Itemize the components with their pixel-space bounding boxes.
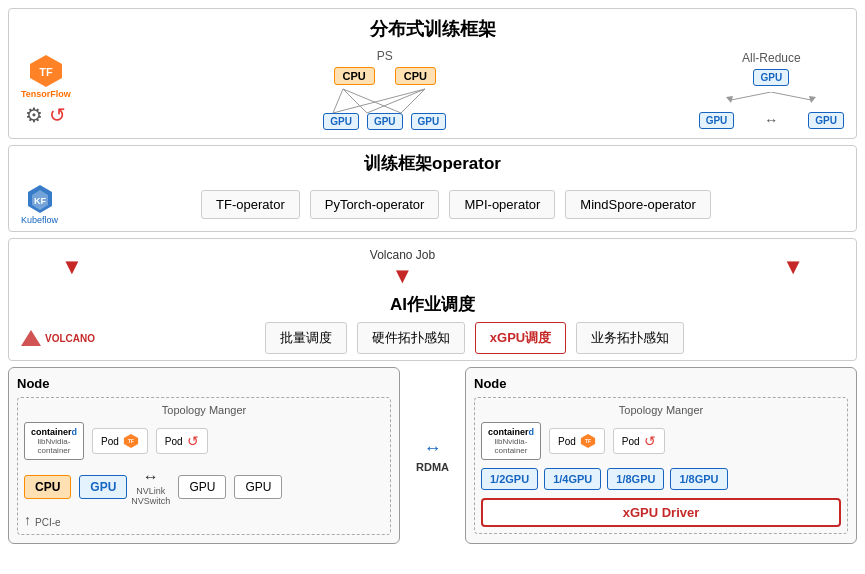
gpu1-group: GPU ↔ NVLinkNVSwitch: [79, 468, 170, 506]
volcano-brand: VOLCANO: [45, 333, 95, 344]
node-right-title: Node: [474, 376, 848, 391]
cpu-hw-box: CPU: [24, 475, 71, 499]
xgpu-frac-3: 1/8GPU: [607, 468, 664, 490]
pod-left-1: Pod TF: [92, 428, 148, 454]
ar-gpu-left: GPU: [699, 112, 735, 129]
gear-icon: ⚙: [25, 103, 43, 127]
svg-marker-11: [809, 96, 816, 103]
pod-right-2: Pod ↺: [613, 428, 665, 454]
ps-gpu-1: GPU: [323, 113, 359, 130]
svg-line-9: [771, 92, 811, 100]
libnvidia-label-right: libNvidia-container: [488, 437, 534, 455]
svg-line-2: [333, 89, 343, 113]
hw-topology-box: 硬件拓扑感知: [357, 322, 465, 354]
pod-left-2: Pod ↺: [156, 428, 208, 454]
pod-refresh-icon-right: ↺: [644, 433, 656, 449]
pod-right-1: Pod TF: [549, 428, 605, 454]
ps-gpu-3: GPU: [411, 113, 447, 130]
rdma-label: RDMA: [416, 461, 449, 473]
ai-scheduling-section: ▼ Volcano Job ▼ ▼ AI作业调度 VOLCANO 批量调度 硬件…: [8, 238, 857, 361]
section3-body: VOLCANO 批量调度 硬件拓扑感知 xGPU调度 业务拓扑感知: [21, 322, 844, 354]
tf-logo-icon: TF: [28, 53, 64, 89]
ps-cpu-2: CPU: [395, 67, 436, 85]
topology-box-right: Topology Manger containerd libNvidia-con…: [474, 397, 848, 534]
ps-connection-lines: [315, 89, 455, 113]
batch-dispatch-box: 批量调度: [265, 322, 347, 354]
pod-tf-icon-right: TF: [580, 433, 596, 449]
volcano-logo: VOLCANO: [21, 330, 95, 346]
ps-gpu-2: GPU: [367, 113, 403, 130]
double-arrow-icon: ↔: [143, 468, 159, 486]
kubeflow-logo: KF Kubeflow: [21, 183, 58, 225]
svg-marker-15: [21, 330, 41, 346]
xgpu-fracs-row: 1/2GPU 1/4GPU 1/8GPU 1/8GPU: [481, 468, 841, 490]
svg-text:TF: TF: [39, 66, 53, 78]
hw-section-left: CPU GPU ↔ NVLinkNVSwitch GPU GPU ↑: [24, 468, 384, 528]
topology-box-left: Topology Manger containerd libNvidia-con…: [17, 397, 391, 535]
pods-row-right: containerd libNvidia-container Pod TF Po…: [481, 422, 841, 460]
tensorflow-logo: TF TensorFlow: [21, 53, 71, 99]
ar-arrow-lr: ↔: [764, 112, 778, 128]
pod-refresh-icon: ↺: [187, 433, 199, 449]
operator-boxes: TF-operator PyTorch-operator MPI-operato…: [68, 190, 844, 219]
pod-right-2-label: Pod: [622, 436, 640, 447]
ps-cpus-row: CPU CPU: [334, 67, 436, 85]
hw-row-left: CPU GPU ↔ NVLinkNVSwitch GPU GPU: [24, 468, 384, 506]
node-left-title: Node: [17, 376, 391, 391]
refresh-icon: ↺: [49, 103, 66, 127]
svg-line-4: [343, 89, 401, 113]
pod-tf-icon: TF: [123, 433, 139, 449]
xgpu-frac-4: 1/8GPU: [670, 468, 727, 490]
pods-row-left: containerd libNvidia-container Pod TF Po…: [24, 422, 384, 460]
node-right: Node Topology Manger containerd libNvidi…: [465, 367, 857, 544]
pcie-row: ↑ PCI-e: [24, 512, 384, 528]
nvlink-arrows: ↔ NVLinkNVSwitch: [131, 468, 170, 506]
svg-text:KF: KF: [34, 196, 46, 206]
ps-diagram: PS CPU CPU GPU GPU: [315, 49, 455, 130]
pod-right-1-label: Pod: [558, 436, 576, 447]
arrows-wrapper: ▼ Volcano Job ▼ ▼: [21, 245, 844, 289]
down-arrow-right: ▼: [782, 254, 804, 280]
training-framework-section: 训练框架operator KF Kubeflow TF-operator PyT…: [8, 145, 857, 232]
node-section: Node Topology Manger containerd libNvidi…: [8, 367, 857, 544]
red-down-arrow-1: ▼: [61, 254, 83, 280]
ar-gpu-right: GPU: [808, 112, 844, 129]
mpi-operator-box: MPI-operator: [449, 190, 555, 219]
pod-left-2-label: Pod: [165, 436, 183, 447]
ar-top-lines: [721, 92, 821, 108]
ar-gpu-top: GPU: [753, 69, 789, 86]
node-left: Node Topology Manger containerd libNvidi…: [8, 367, 400, 544]
section1-title: 分布式训练框架: [21, 17, 844, 41]
svg-text:TF: TF: [128, 439, 134, 444]
ps-label: PS: [377, 49, 393, 63]
pytorch-operator-box: PyTorch-operator: [310, 190, 440, 219]
pcie-arrow-icon: ↑: [24, 512, 31, 528]
tf-operator-box: TF-operator: [201, 190, 300, 219]
xgpu-frac-1: 1/2GPU: [481, 468, 538, 490]
kubeflow-label: Kubeflow: [21, 215, 58, 225]
svg-marker-10: [726, 96, 733, 103]
tensorflow-logo-group: TF TensorFlow ⚙ ↺: [21, 53, 71, 127]
volcano-job-label: Volcano Job: [370, 248, 435, 262]
rdma-box: ↔ RDMA: [416, 438, 449, 473]
gpu-hw-box-2: GPU: [178, 475, 226, 499]
tf-label: TensorFlow: [21, 89, 71, 99]
volcano-job-center: Volcano Job ▼: [430, 245, 435, 289]
xgpu-driver-box: xGPU Driver: [481, 498, 841, 527]
kubeflow-icon: KF: [24, 183, 56, 215]
section2-title: 训练框架operator: [21, 152, 844, 175]
container-d-left: containerd libNvidia-container: [24, 422, 84, 460]
container-d-right: containerd libNvidia-container: [481, 422, 541, 460]
dispatch-boxes: 批量调度 硬件拓扑感知 xGPU调度 业务拓扑感知: [105, 322, 844, 354]
red-down-arrow-3: ▼: [782, 254, 804, 280]
allreduce-label: All-Reduce: [742, 51, 801, 65]
pod-left-1-label: Pod: [101, 436, 119, 447]
containerd-label-right: containerd: [488, 427, 534, 437]
svg-text:TF: TF: [585, 439, 591, 444]
xgpu-dispatch-box: xGPU调度: [475, 322, 566, 354]
svg-line-6: [367, 89, 425, 113]
xgpu-frac-2: 1/4GPU: [544, 468, 601, 490]
mindspore-operator-box: MindSpore-operator: [565, 190, 711, 219]
topology-label-right: Topology Manger: [481, 404, 841, 416]
rdma-section: ↔ RDMA: [410, 367, 455, 544]
